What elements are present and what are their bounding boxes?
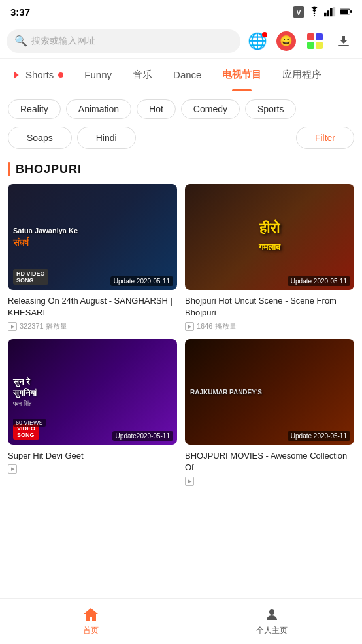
tab-shorts[interactable]: Shorts [0, 59, 74, 91]
video-card-4[interactable]: RAJKUMAR PANDEY'S Update 2020-05-11 BHOJ… [185, 339, 354, 485]
wifi-icon [308, 6, 320, 18]
tab-app[interactable]: 应用程序 [272, 59, 332, 91]
grid-button[interactable] [303, 29, 327, 53]
video-meta-4: ▶ [185, 477, 354, 486]
tab-bar: Shorts Funny 音乐 Dance 电视节目 应用程序 [0, 59, 362, 91]
svg-rect-10 [338, 45, 349, 46]
tab-funny[interactable]: Funny [74, 59, 122, 91]
signal-icon [324, 6, 336, 18]
video-thumb-1: Satua Jawaniya Ke संघर्ष HD VIDEOSONG Up… [8, 184, 177, 290]
download-icon [336, 33, 352, 49]
play-icon-1: ▶ [8, 322, 17, 331]
video-card-3[interactable]: सुन रेसुगनियां पवन सिंह VIDEOSONG Update… [8, 339, 177, 485]
cat-soaps[interactable]: Soaps [8, 127, 72, 149]
tab-music[interactable]: 音乐 [122, 59, 163, 91]
face-button[interactable]: 😀 [274, 29, 298, 53]
tab-tv[interactable]: 电视节目 [212, 59, 272, 91]
status-time: 3:37 [10, 7, 30, 18]
video-views-2: 1646 播放量 [197, 321, 237, 331]
bottom-nav-home[interactable]: 首页 [0, 599, 181, 644]
svg-rect-6 [333, 7, 336, 16]
video-card-2[interactable]: हीरोगमलाब Update 2020-05-11 Bhojpuri Hot… [185, 184, 354, 331]
play-icon-3: ▶ [8, 464, 17, 474]
video-meta-3: ▶ [8, 464, 177, 474]
svg-rect-9 [350, 10, 352, 13]
status-icons: V [293, 6, 352, 18]
svg-rect-4 [327, 10, 330, 16]
category-row-1: Reality Animation Hot Comedy Sports [0, 91, 362, 123]
video-thumb-4: RAJKUMAR PANDEY'S Update 2020-05-11 [185, 339, 354, 445]
vid-app-icon: V [293, 6, 304, 18]
svg-rect-5 [330, 8, 333, 17]
play-icon-4: ▶ [185, 477, 194, 486]
tab-dance[interactable]: Dance [163, 59, 212, 91]
profile-label: 个人主页 [256, 625, 288, 636]
home-label: 首页 [83, 625, 99, 636]
video-title-4: BHOJPURI MOVIES - Awesome Collection Of [185, 450, 354, 474]
video-title-2: Bhojpuri Hot Uncut Scene - Scene From Bh… [185, 295, 354, 319]
section-name: BHOJPURI [16, 163, 82, 176]
video-grid: Satua Jawaniya Ke संघर्ष HD VIDEOSONG Up… [8, 184, 354, 486]
home-icon [82, 607, 99, 622]
play-icon-2: ▶ [185, 322, 194, 331]
cat-hindi[interactable]: Hindi [77, 127, 136, 149]
thumb-overlay-4: RAJKUMAR PANDEY'S [185, 339, 354, 445]
cat-hot[interactable]: Hot [137, 99, 176, 119]
search-bar[interactable]: 🔍 搜索或输入网址 [7, 29, 240, 53]
svg-point-2 [314, 15, 315, 16]
svg-text:V: V [296, 8, 301, 16]
video-thumb-2: हीरोगमलाब Update 2020-05-11 [185, 184, 354, 290]
svg-rect-8 [340, 10, 348, 14]
date-badge-1: Update 2020-05-11 [110, 276, 173, 286]
section-title: BHOJPURI [8, 157, 354, 176]
svg-point-11 [269, 609, 274, 615]
cat-sports[interactable]: Sports [245, 99, 296, 119]
date-badge-2: Update 2020-05-11 [288, 276, 350, 286]
video-views-1: 322371 播放量 [20, 321, 67, 331]
main-content: Reality Animation Hot Comedy Sports Soap… [0, 91, 362, 598]
video-title-3: Super Hit Devi Geet [8, 450, 177, 462]
search-placeholder: 搜索或输入网址 [31, 35, 95, 47]
video-card-1[interactable]: Satua Jawaniya Ke संघर्ष HD VIDEOSONG Up… [8, 184, 177, 331]
shorts-icon: Shorts [10, 69, 63, 80]
views-badge-3: 60 VIEWS [13, 419, 46, 427]
battery-icon [340, 6, 352, 18]
svg-rect-3 [324, 13, 327, 16]
video-meta-2: ▶ 1646 播放量 [185, 321, 354, 331]
search-icon: 🔍 [14, 35, 27, 47]
planet-icon: 🌐 [248, 32, 267, 50]
planet-button[interactable]: 🌐 [246, 29, 269, 53]
person-icon [264, 607, 280, 622]
thumb-hero-2: हीरोगमलाब [259, 220, 280, 254]
video-thumb-3: सुन रेसुगनियां पवन सिंह VIDEOSONG Update… [8, 339, 177, 445]
video-meta-1: ▶ 322371 播放量 [8, 321, 177, 331]
section-bhojpuri: BHOJPURI Satua Jawaniya Ke संघर्ष HD VID… [0, 157, 362, 486]
date-badge-3: Update2020-05-11 [112, 431, 173, 441]
bottom-nav: 首页 个人主页 [0, 598, 362, 644]
download-button[interactable] [332, 29, 355, 53]
filter-button[interactable]: Filter [296, 127, 354, 149]
video-title-1: Releasing On 24th August - SANGHARSH | K… [8, 295, 177, 319]
bottom-nav-profile[interactable]: 个人主页 [181, 599, 362, 644]
date-badge-4: Update 2020-05-11 [288, 431, 350, 441]
status-bar: 3:37 V [0, 0, 362, 24]
section-bar [8, 162, 10, 176]
top-nav: 🔍 搜索或输入网址 🌐 😀 [0, 24, 362, 59]
grid-icon [307, 33, 323, 49]
category-row-2: Soaps Hindi Filter [0, 123, 362, 157]
cat-animation[interactable]: Animation [66, 99, 131, 119]
face-icon: 😀 [276, 31, 296, 51]
hd-badge-1: HD VIDEOSONG [13, 269, 48, 285]
cat-reality[interactable]: Reality [8, 99, 61, 119]
cat-comedy[interactable]: Comedy [181, 99, 240, 119]
